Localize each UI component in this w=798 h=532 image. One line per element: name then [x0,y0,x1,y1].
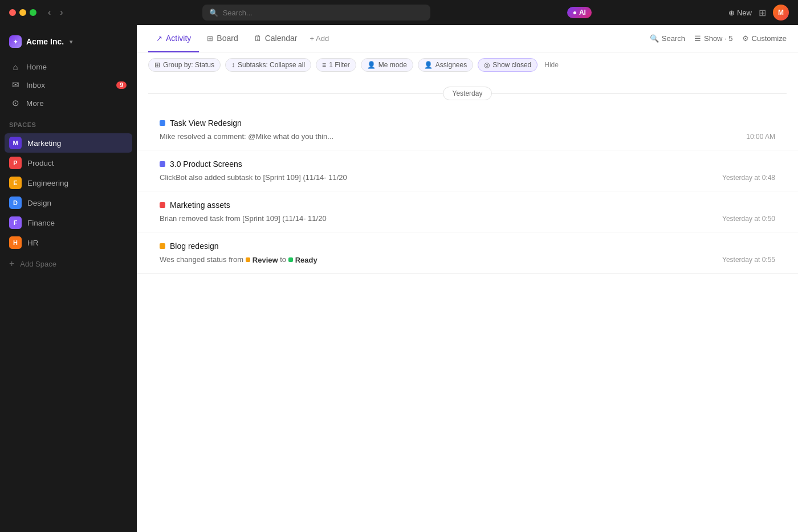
filter-chip-group-by-status[interactable]: ⊞ Group by: Status [148,58,221,72]
plus-icon: ⊕ [728,9,735,17]
spaces-section: Spaces [0,117,137,133]
tab-label: Calendar [265,34,298,43]
activity-time: Yesterday at 0:48 [722,174,775,182]
add-space-label: Add Space [20,260,56,268]
sidebar-item-home[interactable]: ⌂ Home [5,58,132,76]
sidebar: ✦ Acme Inc. ▾ ⌂ Home ✉ Inbox 9 ⊙ More Sp… [0,25,137,532]
tab-calendar[interactable]: 🗓 Calendar [246,25,306,52]
hide-button[interactable]: Hide [544,61,559,69]
task-name: 3.0 Product Screens [170,159,242,169]
task-color-dot [160,243,165,249]
close-dot[interactable] [9,9,16,16]
space-item-product[interactable]: P Product [5,153,132,173]
assignees-icon: 👤 [424,61,433,69]
more-icon: ⊙ [10,98,21,108]
me-mode-icon: 👤 [367,61,376,69]
search-icon: 🔍 [650,34,659,43]
space-label: Product [27,159,54,167]
sidebar-nav: ⌂ Home ✉ Inbox 9 ⊙ More [0,54,137,117]
tab-bar: ↗ Activity ⊞ Board 🗓 Calendar + Add 🔍 Se… [137,25,798,52]
filter-bar: ⊞ Group by: Status ↕ Subtasks: Collapse … [137,52,798,77]
ai-button[interactable]: ● AI [567,7,592,18]
space-item-marketing[interactable]: M Marketing [5,133,132,153]
customize-action-button[interactable]: ⚙ Customize [742,34,787,43]
space-item-hr[interactable]: H HR [5,233,132,252]
filter-chip-subtasks[interactable]: ↕ Subtasks: Collapse all [225,58,311,72]
filter-chip-show-closed[interactable]: ◎ Show closed [478,58,538,72]
space-item-design[interactable]: D Design [5,193,132,212]
calendar-icon: 🗓 [254,34,262,43]
activity-title: Task View Redesign [160,118,775,128]
global-search-bar[interactable]: 🔍 [202,5,430,21]
activity-time: Yesterday at 0:55 [722,256,775,264]
task-color-dot [160,120,165,126]
list-item[interactable]: Marketing assets Brian removed task from… [137,191,798,232]
add-space-button[interactable]: + Add Space [0,255,137,272]
space-label: Marketing [27,139,61,148]
search-action-button[interactable]: 🔍 Search [650,34,685,43]
space-avatar-product: P [9,157,22,169]
add-tab-button[interactable]: + Add [306,34,334,43]
tab-activity[interactable]: ↗ Activity [148,25,199,52]
activity-detail: Brian removed task from [Sprint 109] (11… [160,214,775,223]
maximize-dot[interactable] [30,9,36,16]
sidebar-item-inbox[interactable]: ✉ Inbox 9 [5,76,132,94]
back-button[interactable]: ‹ [46,6,53,19]
task-name: Task View Redesign [170,118,242,128]
space-label: Design [27,199,51,207]
window-controls [9,9,36,16]
sidebar-item-label: Inbox [26,81,45,89]
space-label: Finance [27,219,55,227]
subtasks-icon: ↕ [231,61,235,69]
status-badge-from: Review [246,256,278,264]
brand-icon: ✦ [9,35,22,48]
space-avatar-engineering: E [9,177,22,189]
list-item[interactable]: 3.0 Product Screens ClickBot also added … [137,150,798,191]
minimize-dot[interactable] [19,9,26,16]
sidebar-item-label: Home [26,63,47,71]
new-button[interactable]: ⊕ New [728,9,752,17]
global-search-input[interactable] [223,9,424,17]
list-item[interactable]: Blog redesign Wes changed status from Re… [137,232,798,274]
main-content: ↗ Activity ⊞ Board 🗓 Calendar + Add 🔍 Se… [137,25,798,532]
space-item-finance[interactable]: F Finance [5,213,132,232]
activity-detail: ClickBot also added subtask to [Sprint 1… [160,173,775,182]
forward-button[interactable]: › [58,6,65,19]
filter-icon: ≡ [322,61,326,69]
main-layout: ✦ Acme Inc. ▾ ⌂ Home ✉ Inbox 9 ⊙ More Sp… [0,25,798,532]
gear-icon: ⚙ [742,34,749,43]
group-by-icon: ⊞ [154,61,160,69]
tab-board[interactable]: ⊞ Board [199,25,246,52]
activity-time: 10:00 AM [746,133,775,141]
to-status-label: Ready [295,256,317,264]
filter-chip-filter[interactable]: ≡ 1 Filter [316,58,356,72]
board-icon: ⊞ [207,34,213,43]
space-avatar-finance: F [9,216,22,229]
activity-detail: Mike resolved a comment: @Mike what do y… [160,132,775,141]
spaces-label: Spaces [9,121,128,128]
tab-label: Board [217,34,238,43]
space-avatar-hr: H [9,236,22,249]
nav-buttons: ‹ › [46,6,66,19]
show-action-button[interactable]: ☰ Show · 5 [694,34,733,43]
list-item[interactable]: Task View Redesign Mike resolved a comme… [137,109,798,150]
task-name: Marketing assets [170,200,230,210]
from-status-label: Review [253,256,278,264]
brand[interactable]: ✦ Acme Inc. ▾ [0,30,137,54]
filter-chip-me-mode[interactable]: 👤 Me mode [361,58,413,72]
sidebar-item-more[interactable]: ⊙ More [5,94,132,112]
space-item-engineering[interactable]: E Engineering [5,173,132,193]
activity-icon: ↗ [156,34,162,43]
ai-icon: ● [573,9,577,17]
grid-icon[interactable]: ⊞ [759,7,766,18]
activity-detail: Wes changed status from Review to Ready … [160,255,775,264]
task-name: Blog redesign [170,242,219,251]
filter-chip-assignees[interactable]: 👤 Assignees [418,58,473,72]
tab-actions: 🔍 Search ☰ Show · 5 ⚙ Customize [650,34,787,43]
avatar[interactable]: M [773,5,789,21]
activity-title: Marketing assets [160,200,775,210]
task-color-dot [160,202,165,208]
plus-icon: + [9,259,14,269]
inbox-icon: ✉ [10,80,21,90]
space-avatar-marketing: M [9,137,22,149]
